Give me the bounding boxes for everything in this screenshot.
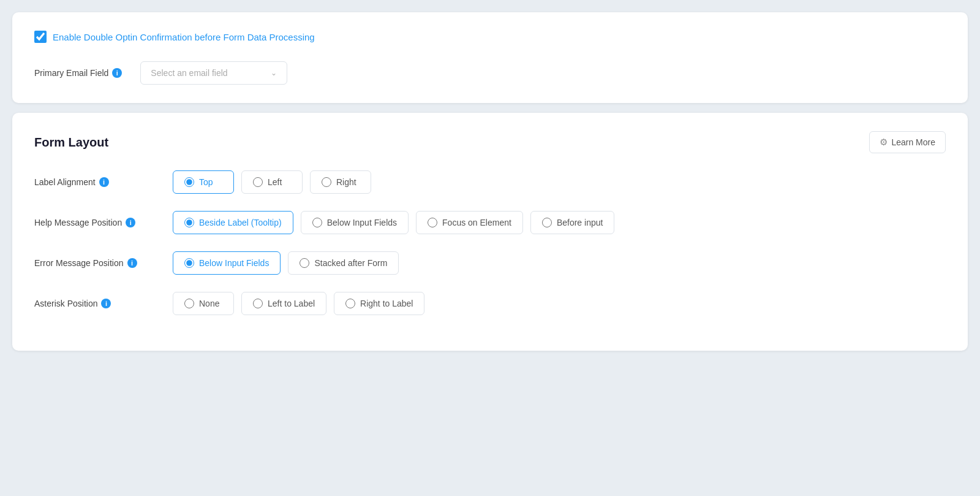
- error-message-stacked-after-form[interactable]: Stacked after Form: [288, 251, 399, 275]
- label-alignment-info-icon[interactable]: i: [99, 177, 109, 187]
- optin-card: Enable Double Optin Confirmation before …: [12, 12, 968, 103]
- asterisk-info-icon[interactable]: i: [101, 299, 111, 308]
- email-field-row: Primary Email Field i Select an email fi…: [34, 61, 946, 85]
- help-message-focus-on-element[interactable]: Focus on Element: [416, 211, 523, 234]
- help-message-position-row: Help Message Position i Beside Label (To…: [34, 211, 946, 234]
- optin-checkbox[interactable]: [34, 31, 47, 43]
- error-message-position-row: Error Message Position i Below Input Fie…: [34, 251, 946, 275]
- label-alignment-options: Top Left Right: [173, 170, 371, 194]
- gear-icon: ⚙: [880, 137, 888, 148]
- form-layout-card: Form Layout ⚙ Learn More Label Alignment…: [12, 113, 968, 351]
- asterisk-left-to-label[interactable]: Left to Label: [241, 292, 326, 315]
- asterisk-position-options: None Left to Label Right to Label: [173, 292, 424, 315]
- email-field-info-icon[interactable]: i: [112, 68, 122, 78]
- label-alignment-label: Label Alignment i: [34, 177, 163, 187]
- error-message-info-icon[interactable]: i: [127, 258, 137, 268]
- error-message-position-label: Error Message Position i: [34, 258, 163, 268]
- label-alignment-left[interactable]: Left: [241, 170, 303, 194]
- email-field-select[interactable]: Select an email field ⌄: [140, 61, 287, 85]
- label-alignment-row: Label Alignment i Top Left Right: [34, 170, 946, 194]
- help-message-position-label: Help Message Position i: [34, 218, 163, 227]
- email-field-label: Primary Email Field i: [34, 68, 122, 78]
- form-layout-title: Form Layout: [34, 135, 108, 150]
- help-message-beside-label[interactable]: Beside Label (Tooltip): [173, 211, 293, 234]
- asterisk-right-to-label[interactable]: Right to Label: [334, 292, 424, 315]
- asterisk-none[interactable]: None: [173, 292, 234, 315]
- label-alignment-top[interactable]: Top: [173, 170, 234, 194]
- email-field-placeholder: Select an email field: [151, 68, 227, 78]
- help-message-position-options: Beside Label (Tooltip) Below Input Field…: [173, 211, 614, 234]
- chevron-down-icon: ⌄: [271, 69, 277, 77]
- learn-more-button[interactable]: ⚙ Learn More: [869, 131, 946, 153]
- error-message-position-options: Below Input Fields Stacked after Form: [173, 251, 399, 275]
- form-layout-header: Form Layout ⚙ Learn More: [34, 131, 946, 153]
- error-message-below-input[interactable]: Below Input Fields: [173, 251, 281, 275]
- asterisk-position-label: Asterisk Position i: [34, 299, 163, 308]
- help-message-info-icon[interactable]: i: [126, 218, 135, 227]
- optin-row: Enable Double Optin Confirmation before …: [34, 31, 946, 43]
- help-message-below-input[interactable]: Below Input Fields: [301, 211, 409, 234]
- help-message-before-input[interactable]: Before input: [530, 211, 615, 234]
- label-alignment-right[interactable]: Right: [310, 170, 371, 194]
- asterisk-position-row: Asterisk Position i None Left to Label R…: [34, 292, 946, 315]
- optin-label: Enable Double Optin Confirmation before …: [53, 32, 315, 42]
